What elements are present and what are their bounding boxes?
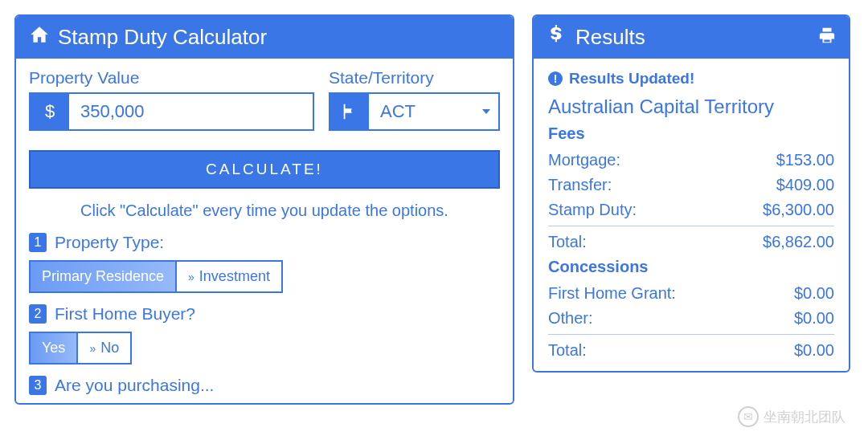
chevron-right-icon: » [89,342,96,355]
calculator-hint: Click "Calculate" every time you update … [29,202,500,220]
property-type-investment[interactable]: »Investment [175,262,281,291]
home-icon [29,24,50,51]
property-value-label: Property Value [29,68,314,88]
print-button[interactable] [818,25,836,50]
flag-icon [330,94,369,129]
concession-total: Total:$0.00 [548,338,834,363]
divider [548,226,834,226]
first-home-buyer-toggle: Yes »No [29,332,132,365]
wechat-icon: ✉ [738,406,759,427]
calculate-button[interactable]: CALCULATE! [29,150,500,189]
property-value-input[interactable] [69,94,313,129]
results-state: Australian Capital Territory [548,96,834,118]
fee-stamp-duty: Stamp Duty:$6,300.00 [548,198,834,222]
results-header: Results [534,16,849,59]
state-select[interactable]: ACT [329,92,500,131]
results-title: Results [575,25,645,50]
chevron-right-icon: » [188,271,194,283]
property-value-field: Property Value $ [29,68,314,131]
results-panel: Results ! Results Updated! Australian Ca… [532,14,850,373]
property-type-toggle: Primary Residence »Investment [29,260,283,293]
calculator-header: Stamp Duty Calculator [16,16,513,59]
fees-heading: Fees [548,124,834,143]
state-label: State/Territory [329,68,500,88]
property-type-primary[interactable]: Primary Residence [31,262,175,291]
first-home-yes[interactable]: Yes [31,333,76,363]
dollar-icon [547,24,567,51]
results-alert: ! Results Updated! [548,70,834,88]
question-1: 1 Property Type: [29,233,500,252]
question-3-label: Are you purchasing... [55,376,214,395]
chevron-down-icon [482,109,490,114]
question-3: 3 Are you purchasing... [29,376,500,395]
info-icon: ! [548,71,563,86]
watermark: ✉ 坐南朝北团队 [738,406,845,427]
concessions-heading: Concessions [548,258,834,276]
calculator-panel: Stamp Duty Calculator Property Value $ S… [14,14,514,405]
calculator-title: Stamp Duty Calculator [58,25,267,50]
question-1-number: 1 [29,233,47,252]
concession-other: Other:$0.00 [548,306,834,331]
results-alert-text: Results Updated! [569,70,694,88]
state-field: State/Territory ACT [329,68,500,131]
fee-transfer: Transfer:$409.00 [548,173,834,198]
question-2-label: First Home Buyer? [55,304,195,324]
question-2: 2 First Home Buyer? [29,304,500,324]
question-3-number: 3 [29,376,47,395]
divider [548,334,834,335]
concession-fhg: First Home Grant:$0.00 [548,281,834,306]
fee-mortgage: Mortgage:$153.00 [548,148,834,173]
question-1-label: Property Type: [55,233,164,252]
dollar-icon: $ [31,94,69,129]
fee-total: Total:$6,862.00 [548,230,834,255]
first-home-no[interactable]: »No [76,333,130,363]
question-2-number: 2 [29,304,47,324]
state-selected: ACT [380,101,416,122]
